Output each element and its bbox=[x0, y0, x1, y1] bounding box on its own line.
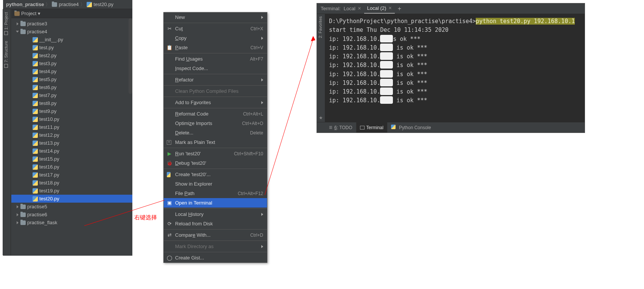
svg-line-1 bbox=[265, 39, 313, 195]
tree-file[interactable]: test14.py bbox=[11, 147, 132, 155]
menu-separator bbox=[164, 97, 267, 97]
tree-file[interactable]: test7.py bbox=[11, 91, 132, 99]
terminal-tab-local2[interactable]: Local (2)✕ bbox=[364, 3, 395, 14]
terminal-tool-window: Terminal: Local✕ Local (2)✕ + 2: Favorit… bbox=[317, 3, 585, 133]
tool-tab-python-console[interactable]: Python Console bbox=[387, 122, 435, 133]
terminal-output[interactable]: D:\PythonProject\python_practise\practis… bbox=[325, 14, 585, 122]
reload-icon: ⟳ bbox=[167, 221, 172, 227]
tree-file[interactable]: test17.py bbox=[11, 171, 132, 179]
menu-mark-directory[interactable]: Mark Directory as bbox=[164, 242, 267, 251]
tree-file[interactable]: __init__.py bbox=[11, 36, 132, 44]
terminal-tab-local[interactable]: Local✕ bbox=[341, 3, 364, 14]
submenu-arrow-icon bbox=[261, 37, 263, 40]
menu-delete[interactable]: Delete...Delete bbox=[164, 128, 267, 137]
redaction-mask bbox=[380, 96, 393, 104]
close-icon[interactable]: ✕ bbox=[388, 6, 392, 11]
terminal-line: ip: 192.168.10. is ok *** bbox=[329, 87, 581, 96]
tree-folder-practise3[interactable]: practise3 bbox=[11, 20, 132, 28]
expand-arrow-icon[interactable] bbox=[15, 220, 20, 225]
menu-run[interactable]: ▶Run 'test20'Ctrl+Shift+F10 bbox=[164, 149, 267, 158]
menu-paste[interactable]: 📋PasteCtrl+V bbox=[164, 43, 267, 52]
menu-debug[interactable]: 🐞Debug 'test20' bbox=[164, 158, 267, 168]
tree-file[interactable]: test8.py bbox=[11, 99, 132, 107]
sidebar-tab-structure[interactable]: 7: Structure bbox=[3, 38, 9, 71]
annotation-arrow bbox=[265, 36, 316, 197]
breadcrumb-file[interactable]: test20.py bbox=[87, 2, 113, 7]
python-file-icon bbox=[33, 101, 38, 106]
terminal-tabs: Terminal: Local✕ Local (2)✕ + bbox=[317, 3, 585, 14]
menu-separator bbox=[164, 241, 267, 241]
expand-arrow-icon[interactable] bbox=[15, 22, 20, 26]
menu-separator bbox=[164, 85, 267, 86]
menu-clean-python[interactable]: Clean Python Compiled Files bbox=[164, 86, 267, 96]
terminal-line: ip: 192.168.10. is ok *** bbox=[329, 44, 581, 52]
tree-file[interactable]: test13.py bbox=[11, 139, 132, 147]
menu-refactor[interactable]: Refactor bbox=[164, 75, 267, 84]
tree-file[interactable]: test10.py bbox=[11, 115, 132, 123]
tree-file[interactable]: test11.py bbox=[11, 123, 132, 131]
tree-file[interactable]: test12.py bbox=[11, 131, 132, 139]
square-icon bbox=[4, 31, 8, 35]
python-file-icon bbox=[87, 2, 92, 7]
tree-file[interactable]: test15.py bbox=[11, 155, 132, 163]
python-file-icon bbox=[33, 156, 38, 162]
terminal-line: ip: 192.168.10.s ok *** bbox=[329, 35, 581, 44]
terminal-line: ip: 192.168.10. is ok *** bbox=[329, 96, 581, 105]
collapse-arrow-icon[interactable] bbox=[15, 30, 20, 34]
tool-tab-terminal[interactable]: Terminal bbox=[356, 122, 387, 133]
tree-scrollbar[interactable] bbox=[129, 18, 132, 94]
menu-copy[interactable]: Copy bbox=[164, 33, 267, 43]
redaction-mask bbox=[380, 79, 393, 86]
menu-reformat[interactable]: Reformat CodeCtrl+Alt+L bbox=[164, 109, 267, 119]
menu-find-usages[interactable]: Find UsagesAlt+F7 bbox=[164, 54, 267, 64]
python-file-icon bbox=[33, 37, 38, 42]
add-terminal-button[interactable]: + bbox=[395, 5, 404, 12]
tree-file[interactable]: test18.py bbox=[11, 179, 132, 187]
tree-file[interactable]: test6.py bbox=[11, 83, 132, 91]
tree-file[interactable]: test9.py bbox=[11, 107, 132, 115]
paste-icon: 📋 bbox=[167, 45, 172, 50]
menu-compare[interactable]: ⇄Compare With...Ctrl+D bbox=[164, 230, 267, 240]
terminal-line: ip: 192.168.10. is ok *** bbox=[329, 79, 581, 87]
sidebar-tab-project[interactable]: 1: Project bbox=[3, 9, 9, 38]
breadcrumb-root[interactable]: python_practise bbox=[6, 2, 44, 7]
tree-file[interactable]: test5.py bbox=[11, 75, 132, 83]
breadcrumb-folder[interactable]: practise4 bbox=[52, 2, 79, 7]
tree-file[interactable]: test4.py bbox=[11, 67, 132, 75]
tool-tab-todo[interactable]: ☰6: TODO bbox=[325, 122, 356, 133]
sidebar-tab-favorites[interactable]: 2: Favorites bbox=[317, 14, 324, 40]
menu-cut[interactable]: ✂CutCtrl+X bbox=[164, 24, 267, 33]
close-icon[interactable]: ✕ bbox=[358, 6, 361, 11]
tree-file[interactable]: test2.py bbox=[11, 52, 132, 59]
menu-reload[interactable]: ⟳Reload from Disk bbox=[164, 219, 267, 228]
project-header[interactable]: Project ▾ bbox=[11, 9, 132, 18]
menu-open-terminal[interactable]: ▣Open in Terminal bbox=[164, 198, 267, 208]
menu-new[interactable]: New bbox=[164, 12, 267, 22]
tree-file[interactable]: test16.py bbox=[11, 163, 132, 171]
expand-arrow-icon[interactable] bbox=[15, 205, 20, 209]
redaction-mask bbox=[380, 70, 393, 78]
menu-create[interactable]: Create 'test20'... bbox=[164, 170, 267, 179]
expand-arrow-icon[interactable] bbox=[15, 212, 20, 217]
menu-inspect-code[interactable]: Inspect Code... bbox=[164, 64, 267, 73]
menu-local-history[interactable]: Local History bbox=[164, 209, 267, 219]
redaction-mask bbox=[380, 61, 393, 69]
terminal-line: ip: 192.168.10. is ok *** bbox=[329, 61, 581, 70]
menu-mark-plain[interactable]: TMark as Plain Text bbox=[164, 137, 267, 147]
menu-add-favorites[interactable]: Add to Favorites bbox=[164, 98, 267, 107]
tree-file[interactable]: test19.py bbox=[11, 187, 132, 195]
tree-folder-practise4[interactable]: practise4 bbox=[11, 28, 132, 36]
menu-optimize-imports[interactable]: Optimize ImportsCtrl+Alt+O bbox=[164, 119, 267, 128]
chevron-down-icon[interactable]: ▾ bbox=[38, 11, 40, 16]
tree-file[interactable]: test3.py bbox=[11, 59, 132, 67]
menu-separator bbox=[164, 229, 267, 230]
menu-separator bbox=[164, 208, 267, 209]
python-file-icon bbox=[33, 172, 38, 178]
python-file-icon bbox=[33, 141, 38, 146]
menu-file-path[interactable]: File PathCtrl+Alt+F12 bbox=[164, 189, 267, 198]
project-header-label: Project bbox=[21, 11, 36, 16]
menu-create-gist[interactable]: ◯Create Gist... bbox=[164, 253, 267, 262]
tree-file[interactable]: test.py bbox=[11, 44, 132, 52]
menu-show-explorer[interactable]: Show in Explorer bbox=[164, 179, 267, 189]
terminal-header-label: Terminal: bbox=[321, 6, 341, 11]
